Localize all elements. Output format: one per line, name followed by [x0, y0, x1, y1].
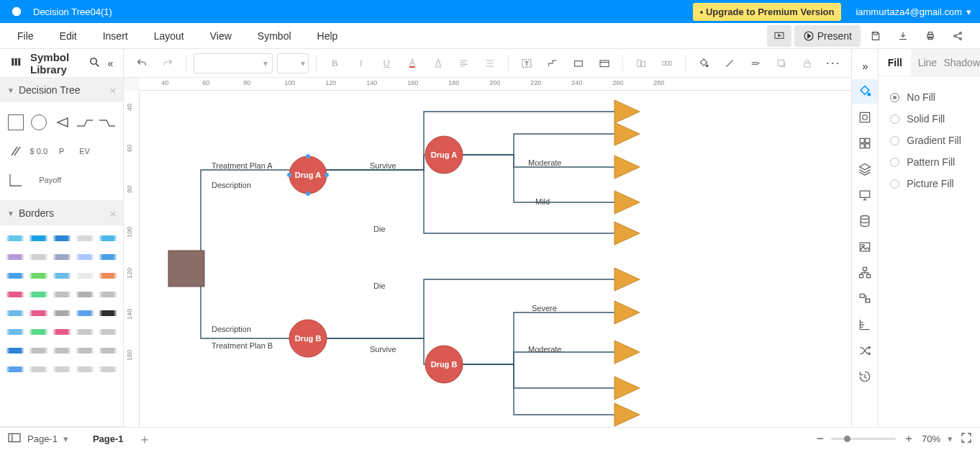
layers-button[interactable] — [852, 157, 878, 181]
tab-line[interactable]: Line — [911, 49, 943, 76]
chance-node-drug-b2[interactable]: Drug B — [425, 346, 463, 383]
border-style[interactable] — [53, 329, 71, 335]
image-button[interactable] — [852, 235, 878, 259]
fill-option-pattern[interactable]: Pattern Fill — [890, 151, 968, 173]
menu-insert[interactable]: Insert — [90, 23, 141, 49]
font-size-select[interactable]: ▾ — [277, 53, 309, 73]
border-style[interactable] — [53, 235, 71, 241]
section-decision-tree[interactable]: ▼ Decision Tree × — [0, 78, 123, 102]
border-style[interactable] — [76, 235, 94, 241]
border-style[interactable] — [53, 348, 71, 354]
close-section-button[interactable]: × — [110, 207, 117, 220]
shape-dollar[interactable]: $ 0.0 — [29, 138, 49, 164]
fill-option-gradient[interactable]: Gradient Fill — [890, 130, 968, 151]
text-tool-button[interactable] — [516, 53, 537, 74]
tab-fill[interactable]: Fill — [879, 49, 911, 76]
shape-button[interactable] — [568, 53, 589, 74]
close-section-button[interactable]: × — [110, 84, 117, 96]
end-node[interactable] — [614, 156, 640, 179]
border-style[interactable] — [76, 348, 94, 354]
underline-button[interactable]: U — [376, 53, 397, 74]
line-color-button[interactable] — [719, 53, 740, 74]
border-style[interactable] — [53, 273, 71, 279]
border-style[interactable] — [29, 235, 47, 241]
align-tools-button[interactable] — [630, 53, 652, 74]
arrow-style-button[interactable] — [745, 53, 766, 74]
zoom-slider[interactable] — [831, 438, 896, 440]
menu-view[interactable]: View — [197, 23, 245, 49]
border-style[interactable] — [6, 310, 24, 316]
fill-option-picture[interactable]: Picture Fill — [890, 173, 968, 194]
zoom-out-button[interactable]: − — [816, 431, 824, 446]
highlight-button[interactable] — [427, 53, 449, 74]
border-style[interactable] — [6, 348, 24, 354]
download-button[interactable] — [891, 25, 915, 47]
italic-button[interactable]: I — [350, 53, 371, 74]
grid-tool-button[interactable] — [852, 131, 878, 156]
shape-line2[interactable] — [97, 109, 117, 135]
border-style[interactable] — [99, 273, 117, 279]
shape-p[interactable]: P — [52, 138, 72, 164]
fill-option-none[interactable]: No Fill — [890, 86, 968, 108]
page-panel-icon[interactable] — [7, 432, 22, 446]
shape-line1[interactable] — [75, 109, 95, 135]
shape-axis[interactable] — [6, 167, 26, 193]
border-style[interactable] — [99, 329, 117, 335]
menu-edit[interactable]: Edit — [47, 23, 90, 49]
border-style[interactable] — [6, 235, 24, 241]
more-button[interactable]: ··· — [822, 53, 844, 74]
end-node[interactable] — [614, 191, 640, 214]
border-style[interactable] — [6, 292, 24, 297]
fill-option-solid[interactable]: Solid Fill — [890, 108, 968, 130]
bold-button[interactable]: B — [324, 53, 345, 74]
shape-ev[interactable]: EV — [75, 138, 95, 164]
style-tool-button[interactable] — [852, 105, 878, 130]
print-button[interactable] — [918, 25, 943, 47]
chance-node-drug-a[interactable]: Drug A — [287, 154, 329, 196]
shuffle-button[interactable] — [852, 338, 878, 363]
menu-help[interactable]: Help — [304, 23, 351, 49]
undo-button[interactable] — [131, 53, 153, 74]
end-node[interactable] — [614, 341, 640, 364]
presentation-tool-button[interactable] — [852, 183, 878, 207]
shape-circle[interactable] — [29, 109, 49, 135]
border-style[interactable] — [99, 366, 117, 372]
menu-layout[interactable]: Layout — [141, 23, 197, 49]
end-node[interactable] — [614, 403, 640, 426]
border-style[interactable] — [29, 366, 47, 372]
border-style[interactable] — [99, 310, 117, 316]
expand-panel-button[interactable]: » — [852, 53, 878, 78]
data-button[interactable] — [852, 209, 878, 233]
menu-symbol[interactable]: Symbol — [245, 23, 304, 49]
border-style[interactable] — [53, 254, 71, 260]
shape-triangle[interactable] — [52, 109, 72, 135]
border-style[interactable] — [29, 348, 47, 354]
border-style[interactable] — [53, 366, 71, 372]
canvas[interactable]: Drug A Drug A Drug B Drug B — [140, 91, 851, 427]
search-button[interactable] — [89, 56, 101, 71]
distribute-button[interactable] — [656, 53, 678, 74]
root-decision-node[interactable] — [168, 251, 204, 287]
end-node[interactable] — [614, 122, 640, 145]
page-select[interactable]: Page-1 — [27, 433, 58, 444]
border-style[interactable] — [99, 254, 117, 260]
slideshow-settings-button[interactable] — [767, 25, 791, 47]
chance-node-drug-b[interactable]: Drug B — [289, 320, 327, 357]
fill-tool-button[interactable] — [852, 79, 878, 104]
border-style[interactable] — [29, 292, 47, 297]
container-button[interactable] — [594, 53, 615, 74]
end-node[interactable] — [614, 222, 640, 245]
border-style[interactable] — [29, 329, 47, 335]
fill-color-button[interactable] — [693, 53, 714, 74]
shape-slashes[interactable] — [6, 138, 26, 164]
history-button[interactable] — [852, 364, 878, 389]
redo-button[interactable] — [157, 53, 178, 74]
border-style[interactable] — [76, 292, 94, 297]
ruler-button[interactable] — [852, 312, 878, 337]
border-style[interactable] — [76, 273, 94, 279]
menu-file[interactable]: File — [4, 23, 47, 49]
border-style[interactable] — [99, 292, 117, 297]
border-style[interactable] — [99, 235, 117, 241]
border-style[interactable] — [29, 273, 47, 279]
add-page-button[interactable]: ＋ — [138, 431, 151, 448]
